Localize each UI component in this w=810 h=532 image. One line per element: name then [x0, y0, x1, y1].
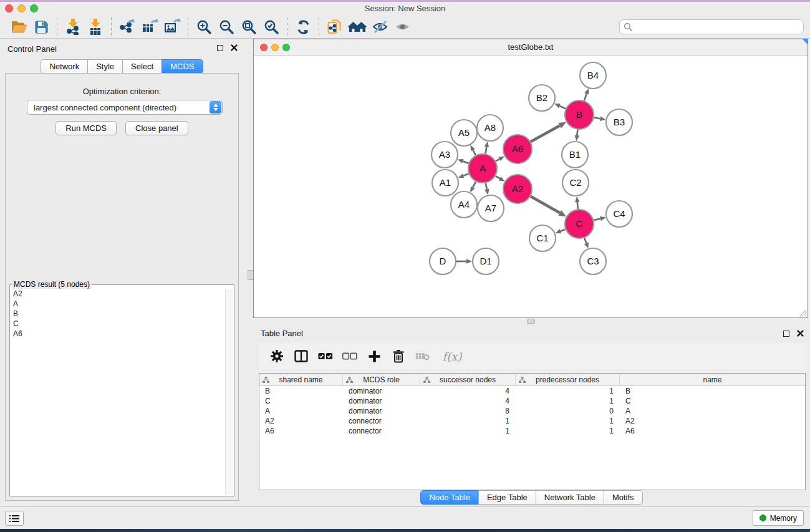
open-session-icon[interactable]: [7, 17, 30, 36]
network-canvas[interactable]: B4B2BB3A8A5A6A3B1AA1C2A2A4A7C4CC1C3DD1: [254, 56, 808, 317]
criterion-dropdown[interactable]: largest connected component (directed): [27, 100, 223, 115]
table-cell[interactable]: connector: [343, 416, 420, 426]
graph-edge-A2-C[interactable]: [531, 196, 560, 213]
graph-edge-C-C2[interactable]: [577, 202, 578, 209]
table-cell[interactable]: C: [620, 396, 672, 406]
table-cell[interactable]: 1: [420, 426, 516, 436]
mcds-result-item[interactable]: A: [11, 299, 224, 309]
graph-edge-B-B3[interactable]: [594, 117, 600, 118]
table-cell[interactable]: dominator: [343, 386, 420, 396]
column-header-name[interactable]: name: [620, 374, 805, 385]
close-panel-button[interactable]: Close panel: [125, 121, 188, 135]
table-settings-gear-icon[interactable]: [269, 349, 284, 364]
graph-edge-C-C1[interactable]: [561, 230, 566, 231]
graph-edge-A-A7[interactable]: [486, 183, 487, 190]
task-history-button[interactable]: [5, 511, 24, 526]
table-cell[interactable]: 1: [516, 416, 620, 426]
table-row[interactable]: Cdominator41C: [259, 396, 805, 406]
mcds-result-item[interactable]: B: [11, 309, 224, 319]
table-row[interactable]: A2connector11A2: [259, 416, 805, 426]
horizontal-splitter-handle[interactable]: [527, 319, 535, 324]
tab-node-table[interactable]: Node Table: [420, 490, 479, 505]
import-network-icon[interactable]: [62, 17, 84, 36]
table-cell[interactable]: B: [620, 386, 672, 396]
table-cell[interactable]: C: [259, 396, 343, 406]
add-column-icon[interactable]: [367, 349, 382, 364]
graph-edge-A-A2[interactable]: [496, 176, 500, 178]
mcds-list-scrollbar[interactable]: [225, 289, 233, 495]
table-cell[interactable]: dominator: [343, 396, 420, 406]
graph-edge-A-A3[interactable]: [463, 162, 468, 163]
graph-edge-A6-B[interactable]: [531, 125, 560, 142]
table-cell[interactable]: A2: [259, 416, 343, 426]
tab-network-table[interactable]: Network Table: [536, 490, 604, 505]
show-all-icon[interactable]: [391, 17, 413, 36]
float-table-panel-icon[interactable]: [783, 331, 789, 337]
hide-selected-icon[interactable]: [369, 17, 391, 36]
apply-layout-icon[interactable]: [292, 17, 314, 36]
column-header-successor-nodes[interactable]: successor nodes: [420, 374, 516, 385]
graph-edge-A-A4[interactable]: [473, 181, 476, 187]
memory-button[interactable]: Memory: [753, 510, 804, 526]
export-table-icon[interactable]: [138, 17, 161, 36]
graph-edge-B-B4[interactable]: [584, 94, 587, 100]
deselect-all-icon[interactable]: [342, 349, 357, 364]
table-cell[interactable]: 4: [420, 396, 516, 406]
tab-style[interactable]: Style: [87, 59, 123, 74]
column-header-shared-name[interactable]: shared name: [259, 374, 343, 385]
new-network-from-selection-icon[interactable]: [324, 17, 346, 36]
zoom-selected-icon[interactable]: [260, 17, 282, 36]
search-input[interactable]: [635, 22, 794, 32]
mcds-result-item[interactable]: A2: [11, 289, 224, 299]
table-cell[interactable]: A6: [259, 426, 343, 436]
table-cell[interactable]: B: [259, 386, 343, 396]
table-row[interactable]: Bdominator41B: [259, 386, 805, 396]
column-header-predecessor-nodes[interactable]: predecessor nodes: [516, 374, 620, 385]
table-cell[interactable]: 4: [420, 386, 516, 396]
close-table-panel-icon[interactable]: [797, 330, 804, 337]
graph-edge-B-B2[interactable]: [559, 106, 566, 109]
mcds-result-item[interactable]: A6: [11, 329, 224, 339]
network-window-titlebar[interactable]: testGlobe.txt: [254, 39, 808, 56]
graph-edge-C-C4[interactable]: [594, 219, 600, 221]
column-visibility-icon[interactable]: [294, 349, 309, 364]
first-neighbors-icon[interactable]: [346, 17, 369, 36]
table-cell[interactable]: 1: [516, 386, 620, 396]
table-cell[interactable]: 1: [516, 426, 620, 436]
table-cell[interactable]: dominator: [343, 406, 420, 416]
tab-motifs[interactable]: Motifs: [604, 490, 643, 505]
delete-column-trash-icon[interactable]: [391, 349, 406, 364]
mcds-result-item[interactable]: C: [11, 319, 224, 329]
zoom-fit-icon[interactable]: [238, 17, 260, 36]
table-cell[interactable]: 8: [420, 406, 516, 416]
table-cell[interactable]: A: [259, 406, 343, 416]
export-image-icon[interactable]: [161, 17, 183, 36]
column-header-mcds-role[interactable]: MCDS role: [343, 374, 420, 385]
table-cell[interactable]: connector: [343, 426, 420, 436]
table-cell[interactable]: 1: [420, 416, 516, 426]
select-all-icon[interactable]: [318, 349, 333, 364]
close-panel-icon[interactable]: [231, 44, 238, 51]
zoom-out-icon[interactable]: [215, 17, 238, 36]
zoom-in-icon[interactable]: [193, 17, 215, 36]
save-session-icon[interactable]: [30, 17, 52, 36]
import-table-icon[interactable]: [84, 17, 107, 36]
export-network-icon[interactable]: [116, 17, 138, 36]
graph-edge-A-A8[interactable]: [485, 147, 486, 153]
table-row[interactable]: Adominator80A: [259, 406, 805, 416]
graph-edge-A-A5[interactable]: [473, 150, 475, 155]
tab-network[interactable]: Network: [41, 59, 88, 74]
float-panel-icon[interactable]: [217, 45, 223, 51]
graph-edge-C-C3[interactable]: [584, 238, 586, 243]
graph-edge-A-A1[interactable]: [463, 174, 469, 176]
mcds-result-list[interactable]: A2ABCA6: [11, 289, 224, 495]
tab-mcds[interactable]: MCDS: [162, 59, 203, 74]
run-mcds-button[interactable]: Run MCDS: [55, 121, 117, 135]
table-cell[interactable]: 0: [516, 406, 620, 416]
tab-select[interactable]: Select: [122, 59, 162, 74]
table-cell[interactable]: A6: [620, 426, 672, 436]
graph-edge-A-A6[interactable]: [496, 159, 499, 161]
graph-edge-B-B1[interactable]: [577, 130, 577, 135]
table-cell[interactable]: A: [620, 406, 672, 416]
table-cell[interactable]: A2: [620, 416, 672, 426]
